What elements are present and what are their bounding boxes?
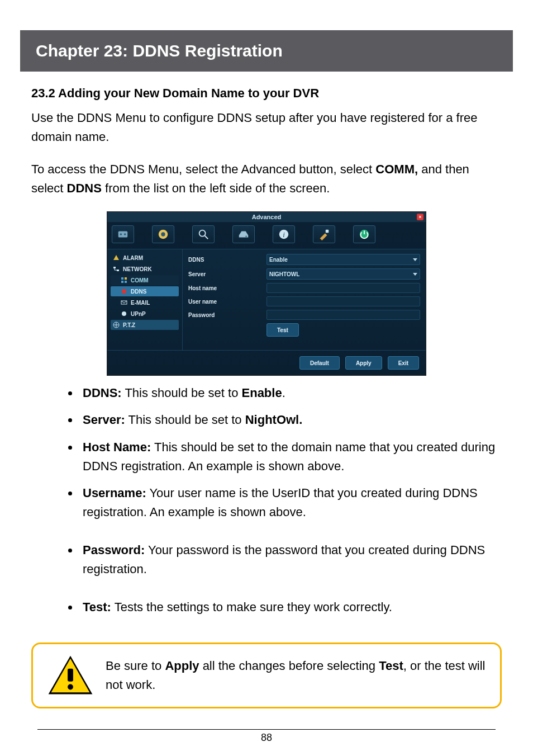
warning-callout: Be sure to Apply all the changes before … [31,642,502,708]
intro-paragraph-2: To access the DDNS Menu, select the Adva… [31,160,502,198]
intro-paragraph-1: Use the DDNS Menu to configure DDNS setu… [31,108,502,147]
svg-point-5 [199,230,206,237]
label-ddns: DDNS [188,257,266,263]
label-password: Password [188,312,266,318]
default-button[interactable]: Default [299,356,340,370]
svg-rect-12 [113,267,116,268]
svg-point-18 [122,289,126,294]
select-ddns[interactable]: Enable [266,254,420,265]
sidebar-item-upnp[interactable]: UPnP [111,309,179,319]
svg-rect-24 [68,669,73,682]
toolbar-power-icon[interactable] [353,225,375,243]
svg-rect-14 [121,277,123,280]
toolbar-record-icon[interactable] [152,225,174,243]
bullet-password: Password: Your password is the password … [79,541,502,579]
label-server: Server [188,271,266,277]
sidebar-item-ddns[interactable]: DDNS [111,286,179,296]
dialog-footer: Default Apply Exit [107,350,426,375]
toolbar-maintain-icon[interactable] [313,225,335,243]
bullet-test: Test: Tests the settings to make sure th… [79,598,502,617]
input-password[interactable] [266,310,420,320]
input-username[interactable] [266,296,420,306]
sidebar-item-network[interactable]: NETWORK [111,264,179,274]
input-hostname[interactable] [266,283,420,293]
form-panel: DDNS Enable Server NIGHTOWL Host name [182,249,426,350]
svg-line-6 [205,236,208,239]
svg-rect-17 [125,281,127,283]
chapter-title-bar: Chapter 23: DDNS Registration [20,30,513,72]
svg-point-4 [161,233,165,237]
chevron-down-icon [413,273,417,276]
bullet-ddns: DDNS: This should be set to Enable. [79,384,502,403]
label-username: User name [188,299,266,305]
test-button[interactable]: Test [266,323,299,337]
svg-text:i: i [283,231,285,239]
close-icon[interactable]: × [417,214,423,220]
svg-point-2 [124,234,126,236]
svg-rect-15 [125,277,127,280]
svg-rect-0 [118,231,128,238]
chevron-down-icon [413,258,417,261]
chapter-title: Chapter 23: DDNS Registration [36,41,497,60]
sidebar-item-comm[interactable]: COMM [111,275,179,285]
svg-rect-16 [121,281,123,283]
label-hostname: Host name [188,285,266,291]
toolbar-info-icon[interactable]: i [273,225,295,243]
bullet-hostname: Host Name: This should be set to the dom… [79,438,502,476]
toolbar-hdd-icon[interactable] [232,225,255,243]
sidebar-item-email[interactable]: E-MAIL [111,297,179,308]
bullet-server: Server: This should be set to NightOwl. [79,410,502,429]
bullet-username: Username: Your user name is the UserID t… [79,484,502,522]
apply-button[interactable]: Apply [345,356,382,370]
toolbar-search-icon[interactable] [192,225,215,243]
bullet-list: DDNS: This should be set to Enable. Serv… [31,384,502,617]
sidebar-item-alarm[interactable]: ALARM [111,253,179,263]
sidebar-item-ptz[interactable]: P.T.Z [111,320,179,330]
svg-point-7 [245,236,246,237]
select-server[interactable]: NIGHTOWL [266,268,420,280]
sidebar: ALARM NETWORK COMM DDNS E-MAIL [107,249,182,350]
toolbar: i [107,222,426,249]
dvr-screenshot: Advanced × i [107,211,426,376]
svg-point-1 [120,234,122,236]
warning-icon [47,655,93,696]
page-number: 88 [37,729,496,744]
svg-point-25 [68,684,73,690]
window-titlebar: Advanced × [107,212,426,222]
exit-button[interactable]: Exit [388,356,419,370]
window-title: Advanced [111,214,422,220]
svg-rect-10 [326,230,329,233]
svg-point-20 [122,311,126,316]
section-heading: 23.2 Adding your New Domain Name to your… [31,86,502,101]
toolbar-general-icon[interactable] [112,225,134,243]
